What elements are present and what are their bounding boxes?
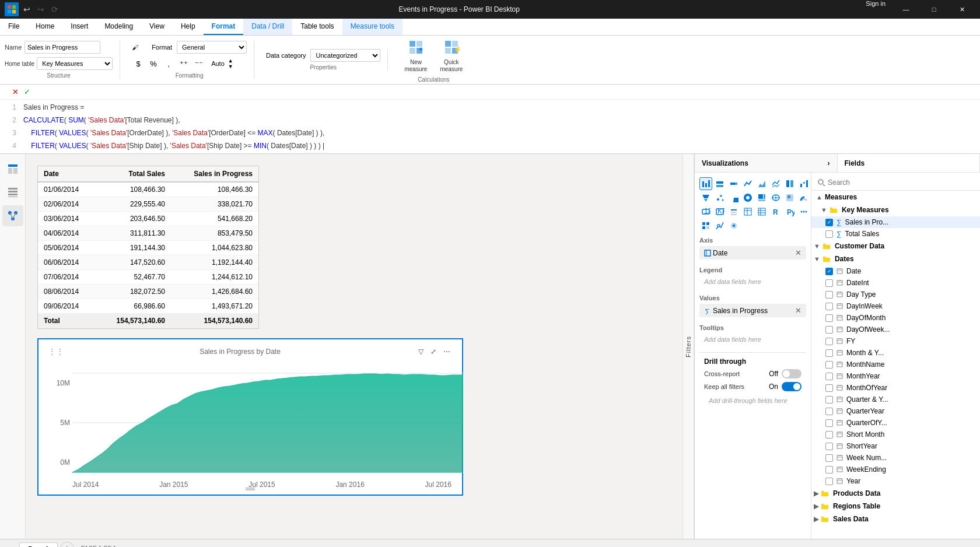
minimize-btn[interactable]: —: [892, 0, 919, 19]
tab-file[interactable]: File: [0, 19, 27, 35]
viz-map[interactable]: [769, 191, 782, 204]
currency-btn[interactable]: $: [132, 57, 145, 70]
field-dates-item[interactable]: Month & Y...: [811, 347, 980, 359]
undo-btn[interactable]: ↩: [23, 5, 30, 14]
viz-funnel[interactable]: [699, 191, 712, 204]
auto-up[interactable]: ▲: [228, 58, 233, 64]
page-prev-btn[interactable]: ‹: [5, 544, 8, 548]
quick-measure-btn[interactable]: ⚡ Quickmeasure: [435, 37, 467, 75]
viz-icon3[interactable]: [727, 219, 740, 232]
viz-slicer[interactable]: [727, 205, 740, 218]
viz-gauge[interactable]: [797, 191, 810, 204]
viz-icon1[interactable]: [699, 219, 712, 232]
viz-line-stacked[interactable]: [769, 177, 782, 190]
field-dates-item[interactable]: ✓Date: [811, 265, 980, 277]
chart-resize-bottom[interactable]: [244, 484, 256, 492]
values-field-sip[interactable]: ∑Sales in Progress ✕: [699, 304, 806, 317]
filters-sidebar[interactable]: Filters: [682, 154, 694, 539]
viz-donut[interactable]: [741, 191, 754, 204]
viz-treemap[interactable]: [755, 191, 768, 204]
tab-format[interactable]: Format: [204, 19, 244, 35]
values-field-close[interactable]: ✕: [795, 306, 802, 315]
chart-more-btn[interactable]: ⋯: [441, 346, 453, 357]
dates-header[interactable]: ▼ Dates: [811, 253, 980, 265]
viz-table[interactable]: [741, 205, 754, 218]
tab-insert[interactable]: Insert: [62, 19, 96, 35]
comma-btn[interactable]: ,: [162, 57, 175, 70]
viz-stacked-bar[interactable]: [713, 177, 726, 190]
decrease-decimal-btn[interactable]: ⁻⁻: [192, 57, 205, 70]
cross-report-toggle[interactable]: Off: [769, 369, 802, 378]
field-dates-item[interactable]: MonthYear: [811, 370, 980, 382]
field-dates-item[interactable]: MonthOfYear: [811, 382, 980, 394]
viz-ribbon[interactable]: [783, 177, 796, 190]
products-data-header[interactable]: ▶ Products Data: [811, 487, 980, 500]
sign-in-btn[interactable]: Sign in: [860, 0, 891, 19]
chart-container[interactable]: ⋮⋮ Sales in Progress by Date ▽ ⤢ ⋯ 10M 5…: [37, 338, 463, 496]
increase-decimal-btn[interactable]: ⁺⁺: [177, 57, 190, 70]
add-page-btn[interactable]: +: [60, 542, 74, 548]
field-dates-item[interactable]: MonthName: [811, 359, 980, 370]
percent-btn[interactable]: %: [147, 57, 160, 70]
tab-table-tools[interactable]: Table tools: [292, 19, 342, 35]
cross-report-track[interactable]: [782, 369, 802, 378]
new-measure-btn[interactable]: + Newmeasure: [400, 37, 432, 75]
tab-view[interactable]: View: [141, 19, 173, 35]
field-dates-item[interactable]: QuarterYear: [811, 405, 980, 417]
refresh-btn[interactable]: ⟳: [51, 5, 58, 14]
nav-model[interactable]: [2, 205, 23, 226]
visualizations-tab[interactable]: Visualizations ›: [695, 154, 838, 172]
field-sales-in-progress[interactable]: ✓ ∑ Sales in Pro...: [811, 216, 980, 228]
code-editor[interactable]: 1 Sales in Progress = 2 CALCULATE( SUM( …: [0, 100, 980, 153]
keep-filters-toggle[interactable]: On: [769, 382, 802, 391]
field-dates-item[interactable]: WeekEnding: [811, 464, 980, 475]
viz-icon2[interactable]: [713, 219, 726, 232]
home-table-select[interactable]: Key Measures: [37, 57, 113, 70]
viz-choropleth[interactable]: [783, 191, 796, 204]
viz-kpi[interactable]: KPI: [713, 205, 726, 218]
formula-confirm-btn[interactable]: ✓: [21, 86, 33, 98]
field-dates-item[interactable]: FY: [811, 335, 980, 347]
field-dates-item[interactable]: DayOfMonth: [811, 312, 980, 324]
viz-python[interactable]: Py: [783, 205, 796, 218]
field-dates-item[interactable]: DateInt: [811, 277, 980, 289]
formula-cancel-btn[interactable]: ✕: [9, 86, 21, 98]
format-select[interactable]: General: [177, 41, 247, 54]
tab-help[interactable]: Help: [173, 19, 204, 35]
field-dates-item[interactable]: DayOfWeek...: [811, 324, 980, 335]
viz-pie[interactable]: [727, 191, 740, 204]
axis-field-date[interactable]: Date ✕: [699, 246, 806, 260]
field-dates-item[interactable]: DayInWeek: [811, 300, 980, 312]
viz-scatter[interactable]: [713, 191, 726, 204]
data-category-select[interactable]: Uncategorized: [310, 49, 380, 62]
tab-home[interactable]: Home: [27, 19, 62, 35]
page-next-btn[interactable]: ›: [10, 544, 13, 548]
viz-bar-chart[interactable]: [699, 177, 712, 190]
chart-filter-btn[interactable]: ▽: [416, 346, 426, 357]
field-dates-item[interactable]: Day Type: [811, 289, 980, 300]
viz-waterfall[interactable]: [797, 177, 810, 190]
regions-table-header[interactable]: ▶ Regions Table: [811, 500, 980, 513]
viz-more[interactable]: [797, 205, 810, 218]
field-total-sales[interactable]: ∑ Total Sales: [811, 228, 980, 240]
field-dates-item[interactable]: QuarterOfY...: [811, 417, 980, 429]
measures-section-header[interactable]: ▲ Measures: [811, 191, 980, 204]
tab-measure-tools[interactable]: Measure tools: [342, 19, 402, 35]
key-measures-header[interactable]: ▼ Key Measures: [811, 204, 980, 216]
axis-field-close[interactable]: ✕: [795, 248, 802, 257]
tab-modeling[interactable]: Modeling: [96, 19, 141, 35]
viz-matrix[interactable]: [755, 205, 768, 218]
sales-data-header[interactable]: ▶ Sales Data: [811, 513, 980, 525]
name-input[interactable]: [24, 41, 100, 54]
fields-search-input[interactable]: [828, 178, 974, 187]
keep-filters-track[interactable]: [782, 382, 802, 391]
customer-data-header[interactable]: ▼ Customer Data: [811, 240, 980, 253]
chart-expand-btn[interactable]: ⤢: [428, 346, 439, 357]
page-1-tab[interactable]: Page 1: [19, 542, 57, 548]
viz-r-script[interactable]: R: [769, 205, 782, 218]
maximize-btn[interactable]: □: [921, 0, 947, 19]
field-dates-item[interactable]: Week Num...: [811, 452, 980, 464]
viz-card[interactable]: 123: [699, 205, 712, 218]
fields-tab[interactable]: Fields: [838, 154, 981, 172]
close-btn[interactable]: ✕: [949, 0, 975, 19]
